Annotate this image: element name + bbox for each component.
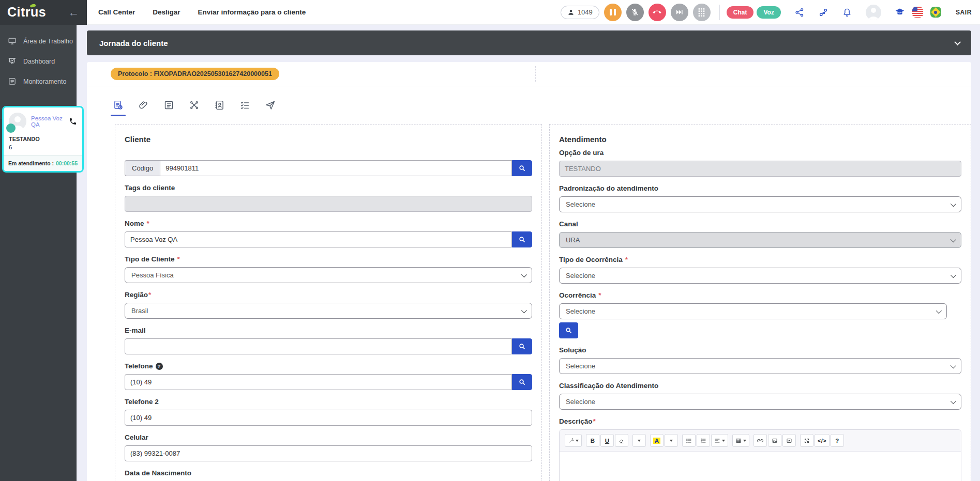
telefone2-input[interactable]: (10) 49 — [125, 410, 532, 426]
atendimento-section-title: Atendimento — [559, 135, 961, 144]
transfer-button[interactable] — [671, 4, 688, 21]
call-timer: 00:00:55 — [56, 160, 78, 166]
monitor-icon — [8, 37, 17, 45]
notifications-button[interactable] — [842, 7, 852, 18]
chevron-down-icon — [670, 440, 673, 442]
editor-style-button[interactable] — [565, 434, 582, 447]
integrations-button[interactable] — [818, 7, 828, 18]
sidebar-item-label: Monitoramento — [23, 78, 66, 85]
phone-icon — [69, 117, 77, 126]
editor-color-button[interactable]: A — [650, 434, 664, 447]
skip-forward-icon — [675, 8, 684, 17]
header-controls: 1049 Chat Voz — [561, 4, 980, 21]
celular-label: Celular — [125, 433, 532, 441]
nome-search-button[interactable] — [512, 231, 532, 247]
tipo-ocorrencia-label: Tipo de Ocorrência* — [559, 256, 961, 263]
editor-video-button[interactable] — [782, 434, 796, 447]
email-input[interactable] — [125, 338, 512, 354]
solucao-select[interactable]: Selecione — [559, 358, 961, 374]
editor-ul-button[interactable] — [682, 434, 696, 447]
sidebar-item-dashboard[interactable]: Dashboard — [0, 51, 77, 71]
user-avatar[interactable] — [866, 5, 881, 20]
padronizacao-select[interactable]: Selecione — [559, 196, 961, 212]
tab-integrations[interactable] — [189, 100, 200, 111]
editor-underline-button[interactable]: U — [600, 434, 614, 447]
tab-forms[interactable] — [163, 100, 174, 111]
flag-us-icon[interactable] — [912, 7, 923, 18]
call-phone-button[interactable] — [69, 117, 77, 126]
telefone-input[interactable]: (10) 49 — [125, 374, 512, 390]
descricao-label: Descrição* — [559, 417, 961, 425]
editor-ol-button[interactable] — [697, 434, 710, 447]
ocorrencia-select[interactable]: Selecione — [559, 303, 947, 319]
codigo-input[interactable]: 994901811 — [160, 160, 512, 176]
chevron-down-icon[interactable] — [954, 39, 961, 45]
main-content: Jornada do cliente Protocolo : FIXOPADRA… — [87, 25, 980, 481]
tab-attachments[interactable] — [138, 100, 149, 111]
link-icon — [818, 7, 828, 18]
ocorrencia-search-button[interactable] — [559, 322, 578, 338]
logout-button[interactable]: SAIR — [956, 9, 972, 16]
help-icon[interactable]: ? — [156, 363, 163, 370]
screen: Citrus ← Call Center Desligar Enviar inf… — [0, 0, 980, 481]
editor-fullscreen-button[interactable] — [800, 434, 813, 447]
editor-toolbar: B U A — [560, 430, 961, 452]
magic-wand-icon — [568, 438, 574, 444]
editor-eraser-button[interactable] — [615, 434, 628, 447]
telefone-search-button[interactable] — [512, 374, 532, 390]
document-history-icon — [113, 100, 124, 111]
solucao-label: Solução — [559, 346, 961, 354]
chat-channel-pill[interactable]: Chat — [727, 6, 754, 19]
form-list-icon — [163, 100, 174, 111]
search-icon — [518, 236, 526, 243]
classificacao-select[interactable]: Selecione — [559, 394, 961, 410]
pause-icon — [610, 9, 616, 15]
share-button[interactable] — [794, 7, 805, 18]
editor-image-button[interactable] — [768, 434, 781, 447]
ura-label: Opção de ura — [559, 149, 961, 157]
journey-header[interactable]: Jornada do cliente — [87, 30, 971, 55]
protocol-row: Protocolo : FIXOPADRAO202505301627420000… — [87, 62, 971, 86]
editor-align-button[interactable] — [711, 434, 728, 447]
tab-send[interactable] — [265, 100, 276, 111]
graduation-icon — [895, 7, 905, 18]
telefone-label: Telefone? — [125, 362, 532, 370]
descricao-textarea[interactable] — [560, 452, 961, 481]
sidebar-item-area-de-trabalho[interactable]: Área de Trabalho — [0, 31, 77, 51]
flag-br-icon[interactable] — [930, 7, 941, 18]
academy-button[interactable] — [895, 7, 905, 18]
voz-channel-pill[interactable]: Voz — [757, 6, 780, 19]
regiao-select[interactable]: Brasil — [125, 303, 532, 319]
codigo-search-button[interactable] — [512, 160, 532, 176]
tab-contacts[interactable] — [214, 100, 225, 111]
codigo-label: Código — [125, 160, 160, 176]
editor-bold-button[interactable]: B — [586, 434, 599, 447]
editor-color-dropdown[interactable] — [665, 434, 678, 447]
pause-button[interactable] — [604, 4, 622, 21]
editor-link-button[interactable] — [753, 434, 767, 447]
nome-input[interactable]: Pessoa Voz QA — [125, 231, 512, 247]
nav-enviar-informacao[interactable]: Enviar informação para o cliente — [198, 8, 306, 16]
tab-history[interactable] — [113, 100, 124, 111]
dialpad-button[interactable] — [693, 4, 711, 21]
editor-font-button[interactable] — [632, 434, 646, 447]
tipo-cliente-select[interactable]: Pessoa Física — [125, 267, 532, 283]
hangup-button[interactable] — [649, 4, 666, 21]
back-arrow-icon[interactable]: ← — [68, 7, 79, 18]
celular-input[interactable]: (83) 99321-0087 — [125, 445, 532, 461]
chevron-down-icon — [951, 398, 956, 404]
editor-code-button[interactable]: </> — [815, 434, 830, 447]
editor-help-button[interactable]: ? — [831, 434, 844, 447]
email-label: E-mail — [125, 327, 532, 334]
sidebar-item-monitoramento[interactable]: Monitoramento — [0, 71, 77, 91]
status-dot — [6, 123, 16, 133]
email-search-button[interactable] — [512, 338, 532, 354]
nav-desligar[interactable]: Desligar — [153, 8, 180, 16]
active-call-card[interactable]: Pessoa Voz QA TESTANDO 6 Em atendimento … — [2, 106, 84, 173]
editor-table-button[interactable] — [732, 434, 749, 447]
mute-button[interactable] — [626, 4, 644, 21]
email-field-group — [125, 338, 532, 354]
nav-call-center[interactable]: Call Center — [98, 8, 135, 16]
tipo-ocorrencia-select[interactable]: Selecione — [559, 268, 961, 284]
tab-checklist[interactable] — [239, 100, 250, 111]
